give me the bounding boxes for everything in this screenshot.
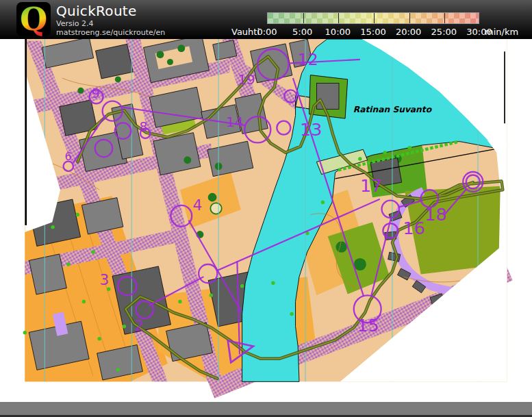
quickroute-window: Q QuickRoute Versio 2.4 matstroeng.se/qu… xyxy=(0,0,532,417)
scale-tick-label: 15:00 xyxy=(355,27,392,37)
scale-tick xyxy=(444,13,445,23)
header-bar: Q QuickRoute Versio 2.4 matstroeng.se/qu… xyxy=(0,0,532,39)
scale-tick xyxy=(338,13,339,23)
control-number: 12 xyxy=(298,50,318,69)
scale-tick xyxy=(303,13,304,23)
scale-tick-label: 5:00 xyxy=(284,27,321,37)
control-number: 8 xyxy=(139,119,147,134)
control-number: 19 xyxy=(238,71,255,88)
orienteering-map[interactable]: 6981914121317181615432 Ratinan Suvanto xyxy=(0,39,532,417)
pace-gradient-bar xyxy=(267,12,479,24)
app-logo: Q xyxy=(16,2,51,36)
logo-letter: Q xyxy=(20,2,47,36)
app-title: QuickRoute xyxy=(56,3,137,19)
scale-tick xyxy=(374,13,375,23)
control-number: 18 xyxy=(425,204,446,225)
scale-tick-label: 10:00 xyxy=(319,27,356,37)
scale-tick-label: 0:00 xyxy=(249,27,286,37)
control-number: 16 xyxy=(403,218,425,238)
scale-tick-label: 20:00 xyxy=(390,27,427,37)
control-number: 13 xyxy=(300,119,322,140)
scale-tick xyxy=(409,13,410,23)
control-number: 6 xyxy=(65,150,72,163)
control-number: 15 xyxy=(357,315,379,336)
left-edge-strip xyxy=(25,39,27,225)
footer-band xyxy=(0,402,532,415)
map-canvas[interactable]: 6981914121317181615432 Ratinan Suvanto xyxy=(0,39,532,417)
scale-tick-label: 30:00 xyxy=(461,27,498,37)
control-number: 17 xyxy=(360,175,382,196)
control-number: 3 xyxy=(99,271,109,288)
water-label: Ratinan Suvanto xyxy=(353,105,433,114)
control-number: 2 xyxy=(134,317,144,334)
scale-tick-label: 25:00 xyxy=(425,27,462,37)
app-url: matstroeng.se/quickroute/en xyxy=(56,28,165,37)
app-version: Versio 2.4 xyxy=(56,19,93,28)
control-number: 4 xyxy=(192,197,202,214)
control-number: 9 xyxy=(92,86,100,101)
control-number: 14 xyxy=(226,114,243,130)
